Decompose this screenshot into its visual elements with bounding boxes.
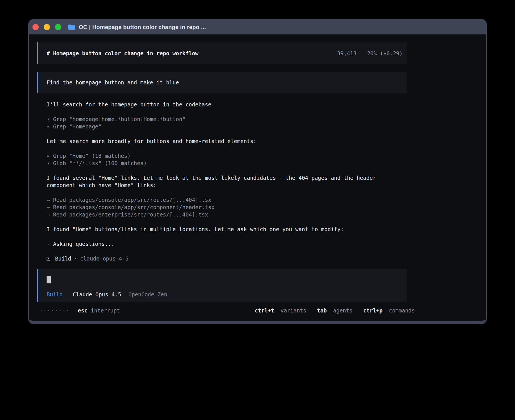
text-cursor [47,276,51,283]
assistant-text: I found several "Home" links. Let me loo… [47,174,407,189]
input-status-line: Build Claude Opus 4.5 OpenCode Zen [47,291,398,298]
tool-call-grep: ∗ Grep "Home" (18 matches) [47,152,407,159]
agent-model: claude-opus-4-5 [80,255,129,262]
model-label: Claude Opus 4.5 [73,291,121,298]
zoom-button[interactable] [55,24,61,30]
terminal-window: OC | Homepage button color change in rep… [28,19,487,324]
status-bar: ········ esc interrupt ctrl+t variants t… [40,307,415,314]
mode-label[interactable]: Build [47,291,63,298]
tool-call-group: ∗ Grep "Home" (18 matches) ∗ Glob "**/*.… [47,152,407,167]
esc-action-label: interrupt [91,307,120,314]
tool-call-grep: ∗ Grep "Homepage" [47,123,407,130]
minimize-button[interactable] [44,24,50,30]
tool-call-glob: ∗ Glob "**/*.tsx" (100 matches) [47,159,407,167]
user-message: Find the homepage button and make it blu… [37,72,407,93]
token-count: 39,413 [337,50,357,56]
esc-key-hint: esc [78,307,88,314]
status-text: ~ Asking questions... [47,240,407,248]
tool-call-group: ∗ Grep "homepage|home.*button|Home.*butt… [47,115,407,130]
hint-key: tab [317,307,327,314]
tool-call-read: → Read packages/enterprise/src/routes/[.… [47,211,407,218]
tool-call-read: → Read packages/console/app/src/routes/[… [47,196,407,204]
tool-call-group: → Read packages/console/app/src/routes/[… [47,196,407,218]
window-title: OC | Homepage button color change in rep… [79,24,206,30]
hint-label: commands [389,307,415,314]
session-title: # Homepage button color change in repo w… [47,50,198,57]
hint-commands: ctrl+p commands [363,307,415,314]
prompt-input[interactable]: Build Claude Opus 4.5 OpenCode Zen [37,269,407,302]
hint-key: ctrl+t [255,307,274,314]
hint-label: variants [280,307,306,314]
provider-label: OpenCode Zen [128,291,167,298]
hint-agents: tab agents [317,307,352,314]
hint-variants: ctrl+t variants [255,307,306,314]
traffic-lights [32,24,61,30]
context-usage: 20% ($0.29) [367,50,403,56]
folder-icon [68,24,75,30]
assistant-text: I'll search for the homepage button in t… [47,101,407,108]
agent-separator: · [74,255,77,262]
user-message-text: Find the homepage button and make it blu… [47,79,179,86]
desktop-background: { "titlebar": { "title": "OC | Homepage … [0,0,515,420]
agent-status-line: Build · claude-opus-4-5 [47,255,486,262]
close-button[interactable] [32,24,39,30]
assistant-text: Let me search more broadly for buttons a… [47,137,407,145]
keyboard-hints: ctrl+t variants tab agents ctrl+p comman… [255,307,415,314]
tool-call-grep: ∗ Grep "homepage|home.*button|Home.*butt… [47,115,407,123]
session-view: # Homepage button color change in repo w… [29,34,486,314]
session-stats: 39,413 20% ($0.29) [337,50,403,57]
assistant-text: I found "Home" buttons/links in multiple… [47,226,407,233]
session-header: # Homepage button color change in repo w… [37,42,407,64]
hint-label: agents [333,307,353,314]
spinner-dots: ········ [40,307,70,314]
agent-icon [47,257,50,261]
titlebar[interactable]: OC | Homepage button color change in rep… [29,20,486,34]
agent-name: Build [55,255,71,262]
hint-key: ctrl+p [363,307,383,314]
tool-call-read: → Read packages/console/app/src/componen… [47,204,407,211]
